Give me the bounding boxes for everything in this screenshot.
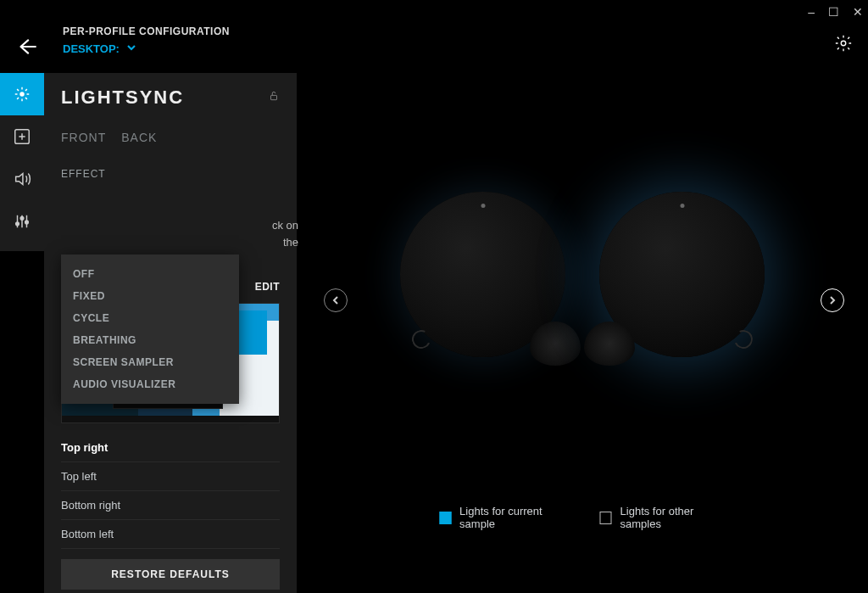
svg-point-4 (20, 217, 24, 221)
effect-option-cycle[interactable]: CYCLE (61, 307, 239, 329)
profile-selector[interactable]: DESKTOP: (63, 42, 230, 55)
rail-equalizer-icon[interactable] (0, 200, 44, 243)
window-controls: – ☐ ✕ (808, 5, 863, 19)
rail-volume-icon[interactable] (0, 158, 44, 200)
tab-front[interactable]: FRONT (61, 131, 106, 144)
left-rail (0, 73, 44, 251)
header: PER-PROFILE CONFIGURATION DESKTOP: (63, 25, 230, 55)
zone-bottom-left[interactable]: Bottom left (61, 520, 280, 549)
device-viewer: Lights for current sample Lights for oth… (297, 73, 868, 593)
svg-rect-6 (271, 95, 277, 99)
legend-other-samples[interactable]: Lights for other samples (600, 505, 726, 530)
header-title: PER-PROFILE CONFIGURATION (63, 25, 230, 37)
maximize-button[interactable]: ☐ (828, 5, 839, 19)
rail-add-icon[interactable] (0, 115, 44, 158)
speaker-right (599, 192, 765, 357)
effect-label: EFFECT (61, 168, 280, 180)
legend-other-label: Lights for other samples (620, 505, 726, 530)
zone-list: Top right Top left Bottom right Bottom l… (61, 434, 280, 549)
effect-option-breathing[interactable]: BREATHING (61, 329, 239, 351)
restore-defaults-button[interactable]: RESTORE DEFAULTS (61, 559, 280, 590)
viewer-legend: Lights for current sample Lights for oth… (440, 505, 726, 530)
close-button[interactable]: ✕ (853, 5, 863, 19)
effect-option-off[interactable]: OFF (61, 263, 239, 285)
app-window: – ☐ ✕ PER-PROFILE CONFIGURATION DESKTOP:… (0, 0, 868, 593)
effect-option-screen-sampler[interactable]: SCREEN SAMPLER (61, 351, 239, 373)
effect-option-audio-visualizer[interactable]: AUDIO VISUALIZER (61, 373, 239, 395)
minimize-button[interactable]: – (808, 5, 815, 19)
zone-tabs: FRONT BACK (61, 131, 280, 144)
profile-name: DESKTOP: (63, 42, 120, 55)
logo-g-icon (732, 327, 755, 351)
checkbox-unchecked-icon[interactable] (600, 512, 612, 524)
legend-current-sample[interactable]: Lights for current sample (440, 505, 568, 530)
svg-point-3 (16, 222, 19, 226)
viewer-next-button[interactable] (821, 288, 844, 312)
edit-button[interactable]: EDIT (255, 281, 280, 293)
zone-top-left[interactable]: Top left (61, 462, 280, 491)
effect-option-fixed[interactable]: FIXED (61, 285, 239, 307)
svg-point-1 (19, 92, 25, 97)
checkbox-checked-icon[interactable] (440, 512, 452, 524)
effect-dropdown[interactable]: OFF FIXED CYCLE BREATHING SCREEN SAMPLER… (61, 255, 239, 404)
help-text-frag-a: ck on (272, 219, 298, 232)
settings-gear-icon[interactable] (834, 34, 853, 56)
effect-help: ck on the (61, 217, 298, 250)
zone-bottom-right[interactable]: Bottom right (61, 491, 280, 520)
back-arrow-icon[interactable] (15, 36, 37, 61)
speaker-render (400, 166, 765, 387)
zone-top-right[interactable]: Top right (61, 434, 280, 462)
rail-lightsync-icon[interactable] (0, 73, 44, 115)
logo-g-icon (409, 327, 433, 351)
svg-point-5 (25, 221, 29, 224)
viewer-prev-button[interactable] (324, 288, 348, 312)
tab-back[interactable]: BACK (121, 131, 157, 144)
legend-current-label: Lights for current sample (459, 505, 568, 530)
speaker-left (400, 192, 565, 357)
panel-title: LIGHTSYNC (61, 87, 280, 109)
lock-icon[interactable] (268, 90, 280, 105)
svg-point-0 (841, 41, 846, 46)
chevron-down-icon (126, 42, 136, 55)
